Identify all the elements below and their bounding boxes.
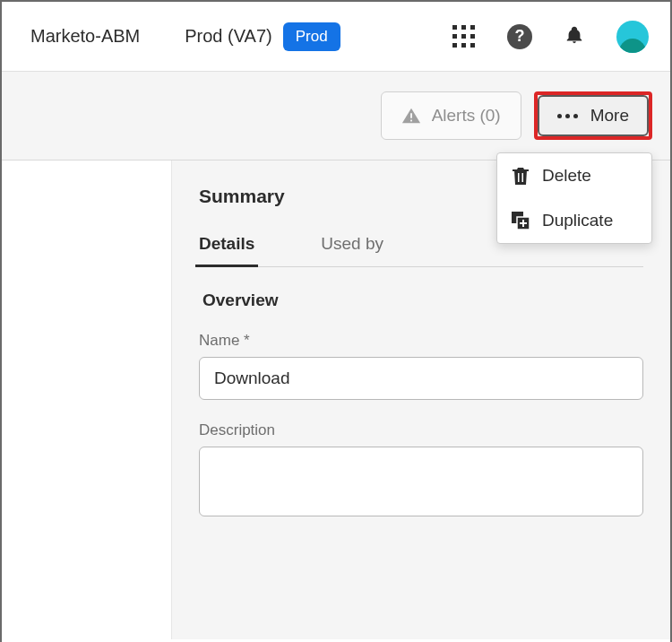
description-field-label: Description xyxy=(199,421,643,439)
notifications-bell-icon[interactable] xyxy=(564,23,584,50)
environment-display: Prod (VA7) Prod xyxy=(185,22,340,51)
name-input[interactable] xyxy=(199,357,643,400)
overview-heading: Overview xyxy=(202,291,643,310)
more-highlight-frame: More xyxy=(534,91,652,140)
more-button[interactable]: More xyxy=(538,95,649,136)
alerts-label: Alerts (0) xyxy=(432,106,501,126)
more-label: More xyxy=(590,106,629,126)
environment-name: Prod (VA7) xyxy=(185,26,271,47)
action-bar: Alerts (0) More Delete Duplicate xyxy=(2,72,670,160)
svg-rect-2 xyxy=(518,173,520,182)
description-input[interactable] xyxy=(199,447,643,516)
org-name: Marketo-ABM xyxy=(30,26,140,47)
duplicate-label: Duplicate xyxy=(542,211,613,230)
left-sidebar xyxy=(2,160,172,639)
trash-icon xyxy=(512,166,530,186)
help-icon[interactable]: ? xyxy=(507,24,532,49)
dropdown-item-delete[interactable]: Delete xyxy=(497,153,651,198)
duplicate-icon xyxy=(512,212,530,230)
header-left: Marketo-ABM Prod (VA7) Prod xyxy=(30,22,445,51)
alerts-button[interactable]: Alerts (0) xyxy=(381,91,521,140)
svg-rect-3 xyxy=(522,173,524,182)
warning-triangle-icon xyxy=(401,107,421,125)
svg-rect-0 xyxy=(410,113,412,118)
tab-used-by[interactable]: Used by xyxy=(321,234,383,266)
apps-grid-icon[interactable] xyxy=(452,25,475,48)
ellipsis-icon xyxy=(557,114,578,118)
top-header: Marketo-ABM Prod (VA7) Prod ? xyxy=(2,2,670,72)
environment-badge: Prod xyxy=(283,22,340,51)
tab-details[interactable]: Details xyxy=(199,234,254,266)
more-dropdown: Delete Duplicate xyxy=(496,152,652,244)
svg-rect-1 xyxy=(410,120,412,122)
name-field-label: Name * xyxy=(199,332,643,350)
header-right: ? xyxy=(452,21,649,53)
user-avatar[interactable] xyxy=(616,21,649,53)
dropdown-item-duplicate[interactable]: Duplicate xyxy=(497,198,651,243)
delete-label: Delete xyxy=(542,166,591,186)
svg-rect-7 xyxy=(520,222,527,224)
